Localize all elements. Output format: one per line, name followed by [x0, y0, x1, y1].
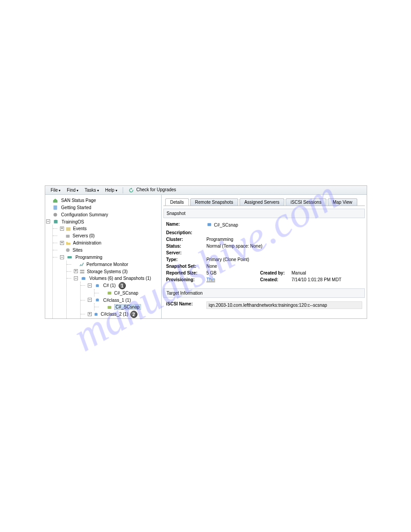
tree-cclass2[interactable]: C#class_2 (1) — [101, 312, 128, 317]
tree-events[interactable]: Events — [73, 226, 87, 231]
name-label: Name: — [166, 222, 206, 228]
svg-rect-17 — [107, 306, 111, 309]
tree-san-status[interactable]: SAN Status Page — [61, 198, 96, 203]
tab-assigned-servers[interactable]: Assigned Servers — [240, 198, 284, 206]
cluster-label: Cluster: — [166, 237, 206, 242]
snapshot-section: Snapshot Name: C#_SCsnap Description: Cl… — [163, 209, 365, 286]
tree-row[interactable]: − Volumes (6) and Snapshots (1) − C# (1) — [67, 275, 160, 318]
tree-servers[interactable]: Servers (0) — [73, 233, 94, 238]
menu-help-label: Help — [105, 188, 115, 193]
expander-icon[interactable]: − — [74, 276, 78, 280]
snapshot-set-value: None — [206, 264, 362, 269]
provisioning-value: Thin — [206, 277, 251, 282]
snapshot-icon — [107, 305, 113, 310]
tree-row[interactable]: − C# (1) 1 C#_SCsnap — [81, 282, 160, 296]
annotation-badge-2: 2 — [130, 311, 137, 318]
expander-icon[interactable]: + — [60, 227, 64, 231]
check-upgrades-button[interactable]: Check for Upgrades — [126, 186, 179, 193]
description-label: Description: — [166, 230, 206, 235]
menu-tasks[interactable]: Tasks — [82, 187, 102, 193]
provisioning-link[interactable]: Thin — [206, 277, 215, 282]
iscsi-name-label: iSCSI Name: — [166, 301, 206, 309]
iscsi-name-value[interactable]: iqn.2003-10.com.lefthandnetworks:trainin… — [206, 301, 362, 309]
tree-row[interactable]: SAN Status Page — [46, 197, 160, 204]
tab-iscsi-sessions[interactable]: iSCSI Sessions — [286, 198, 326, 206]
menu-find[interactable]: Find — [64, 187, 81, 193]
menu-help[interactable]: Help — [103, 187, 120, 193]
tree-getting-started[interactable]: Getting Started — [61, 205, 91, 210]
check-upgrades-label: Check for Upgrades — [136, 187, 176, 192]
svg-rect-5 — [66, 235, 69, 238]
tree-perfmon[interactable]: Performance Monitor — [86, 262, 128, 267]
tree-programming[interactable]: Programming — [76, 255, 103, 260]
tab-map-view[interactable]: Map View — [328, 198, 357, 206]
svg-rect-8 — [80, 270, 85, 271]
database-icon — [53, 219, 59, 224]
volume-icon — [93, 312, 99, 317]
tree-trainingos[interactable]: TrainingOS — [62, 219, 84, 224]
tab-details[interactable]: Details — [165, 198, 189, 206]
tree-row[interactable]: +C#class_3 (1) — [81, 318, 160, 318]
server-value — [206, 250, 362, 255]
target-info-title: Target Information — [163, 288, 365, 298]
tree-row[interactable]: − C#class_1 (1) C#_SCsnap — [81, 296, 160, 311]
menu-find-label: Find — [67, 188, 75, 193]
target-info-section: Target Information iSCSI Name: iqn.2003-… — [163, 288, 365, 313]
expander-icon[interactable]: − — [46, 219, 50, 223]
menubar: File Find Tasks Help Check for Upgrades — [45, 186, 367, 195]
tree-csharp-scsnap[interactable]: C#_SCsnap — [114, 291, 138, 296]
expander-icon[interactable]: + — [60, 241, 64, 245]
annotation-badge-1: 1 — [119, 282, 126, 289]
tree-cclass1[interactable]: C#class_1 (1) — [103, 297, 131, 302]
tree-row[interactable]: C#_SCsnap — [94, 303, 160, 310]
doc-icon — [52, 205, 59, 210]
tree-row[interactable]: C#_SCsnap — [94, 289, 160, 296]
svg-rect-11 — [81, 278, 85, 280]
tree-row[interactable]: Getting Started — [46, 204, 160, 211]
status-label: Status: — [166, 244, 206, 249]
reported-size-label: Reported Size: — [166, 270, 206, 275]
tree-row[interactable]: − Programming Performance Monitor +Stora… — [53, 253, 160, 318]
tree-administration[interactable]: Administration — [73, 240, 101, 245]
tree-sites[interactable]: Sites — [73, 248, 82, 253]
tree-row[interactable]: +Events — [53, 225, 160, 232]
tree-row[interactable]: Sites — [53, 246, 160, 253]
expander-icon[interactable]: − — [88, 283, 92, 287]
app-window: File Find Tasks Help Check for Upgrades … — [45, 185, 367, 319]
created-by-label: Created by: — [260, 270, 291, 275]
snapshot-section-title: Snapshot — [163, 209, 365, 218]
tree-row[interactable]: +Administration — [53, 239, 160, 246]
tree-csharp[interactable]: C# (1) — [103, 283, 116, 288]
tree-row[interactable]: Performance Monitor — [67, 261, 160, 268]
svg-rect-13 — [96, 285, 99, 287]
cluster-icon — [67, 254, 73, 260]
menubar-separator — [123, 187, 123, 193]
tree-row[interactable]: +Storage Systems (3) — [67, 268, 160, 275]
tree-config-summary[interactable]: Configuration Summary — [61, 212, 108, 217]
menu-file[interactable]: File — [48, 187, 63, 193]
snapshot-icon — [107, 290, 113, 296]
snapshot-set-label: Snapshot Set: — [166, 264, 206, 269]
svg-rect-7 — [67, 256, 72, 258]
expander-icon[interactable]: − — [60, 255, 64, 259]
storage-icon — [79, 269, 86, 274]
tree-volumes-snapshots[interactable]: Volumes (6) and Snapshots (1) — [90, 276, 151, 281]
expander-icon[interactable]: − — [88, 298, 92, 302]
tree-row[interactable]: Servers (0) — [53, 232, 160, 239]
tree-row[interactable]: − TrainingOS +Events Servers (0) +Admini… — [46, 218, 160, 318]
svg-rect-19 — [94, 313, 98, 316]
tree-row[interactable]: Configuration Summary — [46, 211, 160, 218]
expander-icon[interactable]: + — [88, 312, 92, 316]
tree-row[interactable]: +C#class_2 (1)2 — [81, 310, 160, 317]
refresh-icon — [128, 187, 135, 192]
tab-remote-snapshots[interactable]: Remote Snapshots — [190, 198, 238, 206]
perfmon-icon — [79, 262, 85, 267]
calendar-icon — [65, 226, 72, 232]
expander-icon[interactable]: + — [74, 269, 78, 273]
svg-point-1 — [53, 213, 57, 217]
created-label: Created: — [260, 277, 291, 282]
tree-storage-systems[interactable]: Storage Systems (3) — [87, 269, 128, 274]
provisioning-label: Provisioning: — [166, 277, 206, 282]
tree-cclass1-scsnap-selected[interactable]: C#_SCsnap — [114, 304, 141, 310]
name-value: C#_SCsnap — [206, 222, 362, 228]
